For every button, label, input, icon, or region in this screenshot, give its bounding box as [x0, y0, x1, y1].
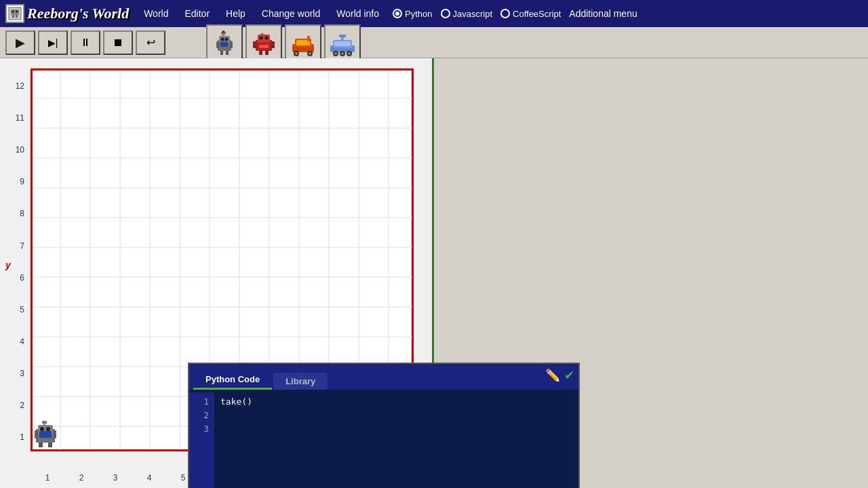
svg-rect-25	[265, 51, 269, 55]
python-label: Python	[405, 9, 432, 19]
svg-rect-35	[307, 36, 310, 41]
svg-rect-7	[219, 36, 230, 43]
robot-btn-4[interactable]	[324, 24, 361, 61]
svg-rect-17	[220, 42, 228, 47]
y-label-6: 6	[0, 263, 28, 293]
y-axis-labels: 1 2 3 4 5 6 7 8 9 10 11 12	[0, 68, 28, 455]
pause-button[interactable]: ⏸	[71, 30, 100, 55]
python-radio[interactable]	[393, 9, 402, 18]
code-tabs-bar: Python Code Library ✏️ ✔	[189, 364, 578, 390]
x-label-1: 1	[33, 473, 62, 483]
svg-point-8	[221, 37, 224, 41]
svg-rect-12	[220, 51, 223, 55]
y-label-8: 8	[0, 199, 28, 228]
svg-rect-75	[35, 430, 38, 439]
check-icon[interactable]: ✔	[564, 368, 574, 383]
x-label-3: 3	[100, 473, 130, 483]
svg-rect-76	[53, 430, 56, 439]
svg-point-41	[334, 52, 337, 55]
y-label-9: 9	[0, 167, 28, 197]
svg-rect-27	[259, 45, 269, 48]
line-numbers: 1 2 3	[189, 392, 214, 488]
lang-coffee-option[interactable]: CoffeeScript	[500, 9, 561, 19]
svg-rect-78	[48, 443, 52, 447]
lang-options: Python Javascript CoffeeScript	[393, 9, 561, 19]
y-label-2: 2	[0, 390, 28, 420]
nav-additional-menu[interactable]: Additional menu	[561, 0, 645, 27]
svg-point-5	[16, 10, 18, 13]
logo-area: Reeborg's World	[5, 4, 129, 23]
main-area: 1 2 3 4 5 6 7 8 9 10 11 12 y	[0, 58, 868, 488]
y-label-11: 11	[0, 103, 28, 133]
svg-point-42	[341, 52, 344, 55]
logo-text: Reeborg's World	[27, 5, 129, 22]
svg-point-21	[265, 36, 269, 39]
line-num-1: 1	[203, 395, 209, 409]
svg-rect-26	[261, 33, 263, 35]
svg-rect-24	[259, 51, 262, 55]
x-label-4: 4	[134, 473, 164, 483]
tab-library[interactable]: Library	[273, 373, 328, 390]
svg-rect-77	[39, 443, 43, 447]
nav-help[interactable]: Help	[218, 0, 254, 27]
lang-js-option[interactable]: Javascript	[441, 9, 493, 19]
js-radio[interactable]	[441, 9, 450, 18]
y-label-1: 1	[0, 422, 28, 452]
play-button[interactable]: ▶	[5, 30, 35, 55]
robot-btn-2[interactable]	[245, 24, 282, 61]
topbar: Reeborg's World World Editor Help Change…	[0, 0, 868, 27]
svg-point-32	[295, 52, 298, 55]
svg-rect-23	[271, 41, 275, 48]
svg-rect-22	[253, 41, 256, 48]
lang-python-option[interactable]: Python	[393, 9, 432, 19]
tab-python-code[interactable]: Python Code	[193, 371, 272, 390]
y-label-7: 7	[0, 231, 28, 261]
svg-point-9	[225, 37, 229, 41]
coffee-radio[interactable]	[500, 9, 510, 18]
y-label-4: 4	[0, 327, 28, 357]
svg-rect-19	[258, 35, 270, 43]
y-label-3: 3	[0, 359, 28, 388]
svg-rect-2	[12, 15, 14, 18]
code-content[interactable]: take()	[214, 392, 578, 488]
line-num-2: 2	[203, 409, 209, 422]
nav-editor[interactable]: Editor	[176, 0, 218, 27]
svg-rect-81	[42, 421, 47, 424]
robot-btn-3[interactable]	[285, 24, 321, 61]
step-button[interactable]: ▶|	[38, 30, 68, 55]
svg-point-74	[46, 427, 50, 431]
svg-point-43	[348, 52, 351, 55]
svg-rect-46	[339, 35, 346, 37]
toolbar: ▶ ▶| ⏸ ⏹ ↩	[0, 27, 868, 58]
y-axis-letter: y	[5, 260, 11, 270]
x-label-2: 2	[66, 473, 96, 483]
nav-change-world[interactable]: Change world	[254, 0, 328, 27]
svg-point-33	[309, 52, 311, 55]
nav-menu: World Editor Help Change world World inf…	[136, 0, 387, 27]
robot-btn-1[interactable]	[206, 24, 243, 61]
svg-rect-13	[226, 51, 229, 55]
x-axis-labels: 1 2 3 4 5	[31, 473, 200, 483]
svg-rect-44	[334, 41, 351, 46]
edit-icon[interactable]: ✏️	[545, 368, 560, 383]
svg-rect-10	[216, 41, 219, 48]
code-line-3	[220, 422, 572, 436]
line-num-3: 3	[203, 422, 209, 436]
y-label-10: 10	[0, 135, 28, 165]
stop-button[interactable]: ⏹	[103, 30, 133, 55]
svg-rect-3	[16, 15, 18, 18]
coffee-label: CoffeeScript	[513, 9, 561, 19]
y-label-12: 12	[0, 71, 28, 101]
svg-point-73	[40, 427, 44, 431]
svg-point-4	[12, 10, 14, 13]
nav-world-info[interactable]: World info	[328, 0, 387, 27]
code-body: 1 2 3 take()	[189, 390, 578, 488]
y-label-5: 5	[0, 295, 28, 325]
code-editor-panel: Python Code Library ✏️ ✔ 1 2 3 take()	[188, 363, 580, 488]
svg-point-16	[222, 30, 225, 33]
js-label: Javascript	[453, 9, 493, 19]
code-line-1: take()	[220, 395, 572, 409]
back-button[interactable]: ↩	[136, 30, 165, 55]
code-line-2	[220, 409, 572, 422]
nav-world[interactable]: World	[136, 0, 176, 27]
